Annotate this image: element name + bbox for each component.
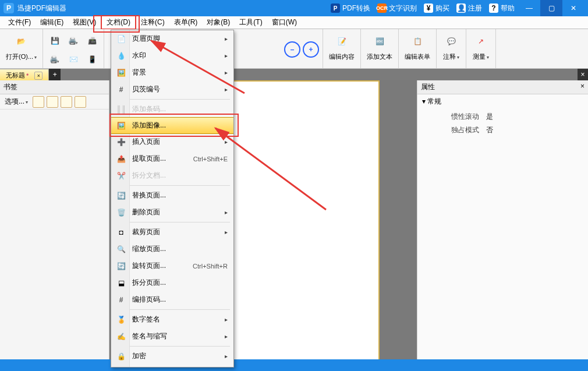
menu-item-page-number[interactable]: #编排页码... — [111, 291, 233, 308]
spellcheck-icon: ABC — [115, 367, 127, 368]
menu-item-header-footer[interactable]: 📄页眉页脚 — [111, 30, 233, 47]
edit-content-button[interactable]: 📝编辑内容 — [327, 31, 357, 62]
measure-icon: ↗ — [472, 33, 490, 50]
open-button[interactable]: 📂 打开(O)... — [3, 31, 39, 62]
zoom-out-button[interactable]: – — [284, 41, 300, 58]
menu-item-replace-page[interactable]: 🔄替换页面... — [111, 187, 233, 204]
menu-object[interactable]: 对象(B) — [202, 16, 235, 29]
bookmark-btn-4[interactable] — [75, 96, 86, 108]
menu-item-bates[interactable]: #贝茨编号 — [111, 81, 233, 98]
menu-shortcut: Ctrl+Shift+R — [193, 263, 228, 270]
document-tab[interactable]: 无标题* × — [0, 69, 49, 80]
add-text-button[interactable]: 🔤添加文本 — [364, 31, 395, 62]
background-icon: 🖼️ — [115, 66, 127, 79]
tab-close-all[interactable]: × — [578, 69, 588, 80]
help-link[interactable]: ?帮助 — [489, 3, 515, 13]
menu-file[interactable]: 文件(F) — [3, 16, 36, 29]
comment-label: 注释 — [443, 52, 459, 61]
properties-category[interactable]: ▾ 常规 — [417, 94, 588, 109]
measure-label: 测量 — [473, 52, 489, 61]
app-title: 迅捷PDF编辑器 — [17, 3, 66, 13]
menu-item-zoom-page[interactable]: 🔍缩放页面... — [111, 241, 233, 257]
menu-item-insert-page[interactable]: ➕插入页面 — [111, 133, 233, 150]
header-footer-icon: 📄 — [115, 33, 127, 45]
minimize-button[interactable]: — — [518, 0, 540, 16]
barcode-icon: ║║ — [115, 103, 127, 116]
menu-item-signature[interactable]: 🏅数字签名 — [111, 311, 233, 328]
toolbar: 📂 打开(O)... 💾 🖨️ 📠 🖨️ ✉️ 📱 📄 📑 ↶ ↷ – + 📝编… — [0, 29, 588, 69]
menu-item-label: 贝茨编号 — [132, 84, 225, 94]
menu-item-delete-page[interactable]: 🗑️删除页面 — [111, 204, 233, 221]
device-button[interactable]: 📱 — [84, 51, 100, 68]
menu-item-barcode: ║║添加条码... — [111, 101, 233, 118]
comment-button[interactable]: 💬注释 — [440, 31, 462, 62]
edit-form-icon: 📋 — [409, 33, 426, 50]
print2-button[interactable]: 🖨️ — [47, 51, 63, 68]
menu-tool[interactable]: 工具(T) — [235, 16, 267, 29]
prop-inertia[interactable]: 惯性滚动是 — [422, 110, 583, 123]
prop-exclusive-value: 否 — [486, 125, 493, 135]
menu-item-label: 缩放页面... — [132, 244, 228, 254]
menu-window[interactable]: 窗口(W) — [267, 16, 302, 29]
edit-content-label: 编辑内容 — [329, 52, 355, 61]
add-text-icon: 🔤 — [371, 33, 388, 50]
register-link[interactable]: 👤注册 — [456, 3, 482, 13]
zoom-in-button[interactable]: + — [303, 41, 319, 58]
prop-exclusive-label: 独占模式 — [422, 125, 486, 135]
measure-button[interactable]: ↗测量 — [470, 31, 492, 62]
tab-close-button[interactable]: × — [34, 72, 42, 80]
menu-item-sign-initial[interactable]: ✍️签名与缩写 — [111, 328, 233, 345]
bottom-bar — [0, 359, 588, 371]
menu-item-image[interactable]: 🖼️添加图像... — [111, 117, 234, 134]
bookmarks-options[interactable]: 选项... — [2, 96, 30, 108]
app-logo: P — [3, 3, 14, 13]
menu-comment[interactable]: 注释(C) — [136, 16, 169, 29]
menu-item-background[interactable]: 🖼️背景 — [111, 64, 233, 81]
help-icon: ? — [489, 3, 498, 13]
prop-inertia-value: 是 — [486, 112, 493, 122]
bookmark-btn-1[interactable] — [33, 96, 44, 108]
properties-panel: 属性× ▾ 常规 惯性滚动是 独占模式否 — [417, 80, 588, 371]
user-icon: 👤 — [456, 3, 466, 13]
new-tab-button[interactable]: + — [49, 69, 61, 80]
ocr-link[interactable]: OCR文字识别 — [377, 3, 417, 13]
menu-item-watermark[interactable]: 💧水印 — [111, 47, 233, 64]
menu-item-extract-page[interactable]: 📤提取页面...Ctrl+Shift+E — [111, 150, 233, 167]
open-label: 打开(O)... — [6, 52, 37, 61]
menu-item-spellcheck[interactable]: ABC拼写检查F7 — [111, 365, 233, 368]
menu-item-label: 数字签名 — [132, 315, 225, 324]
email-button[interactable]: ✉️ — [65, 51, 82, 68]
properties-close[interactable]: × — [580, 82, 585, 92]
menu-item-label: 加密 — [132, 351, 225, 361]
edit-form-button[interactable]: 📋编辑表单 — [402, 31, 433, 62]
menu-item-rotate[interactable]: 🔄旋转页面...Ctrl+Shift+R — [111, 257, 233, 274]
menu-form[interactable]: 表单(R) — [169, 16, 203, 29]
menu-item-label: 签名与缩写 — [132, 331, 225, 341]
buy-link[interactable]: ¥购买 — [424, 3, 449, 13]
save-button[interactable]: 💾 — [47, 33, 63, 49]
menu-item-label: 替换页面... — [132, 190, 228, 200]
extract-page-icon: 📤 — [115, 153, 127, 165]
save-icon: 💾 — [51, 37, 59, 45]
menu-item-encrypt[interactable]: 🔒加密 — [111, 348, 233, 365]
document-context-menu: 📄页眉页脚💧水印🖼️背景#贝茨编号║║添加条码...🖼️添加图像...➕插入页面… — [111, 30, 234, 368]
bookmark-btn-2[interactable] — [47, 96, 58, 108]
pdf-icon: P — [331, 3, 340, 13]
menu-item-split-page[interactable]: ⬓拆分页面... — [111, 274, 233, 291]
ocr-icon: OCR — [377, 3, 387, 13]
menu-edit[interactable]: 编辑(E) — [36, 16, 68, 29]
pdf-convert-link[interactable]: PPDF转换 — [331, 3, 370, 13]
bookmarks-panel: 书签 选项... — [0, 80, 109, 371]
buy-label: 购买 — [435, 3, 449, 13]
maximize-button[interactable]: ▢ — [540, 0, 562, 16]
prop-exclusive[interactable]: 独占模式否 — [422, 123, 583, 137]
scan-button[interactable]: 📠 — [84, 33, 100, 49]
bookmark-btn-3[interactable] — [61, 96, 72, 108]
menu-item-crop[interactable]: ◘裁剪页面 — [111, 224, 233, 241]
register-label: 注册 — [468, 3, 482, 13]
menu-item-label: 编排页码... — [132, 295, 228, 305]
close-button[interactable]: ✕ — [562, 0, 585, 16]
print-button[interactable]: 🖨️ — [65, 33, 82, 49]
menu-view[interactable]: 视图(V) — [68, 16, 101, 29]
menu-document[interactable]: 文档(D) — [101, 15, 136, 30]
